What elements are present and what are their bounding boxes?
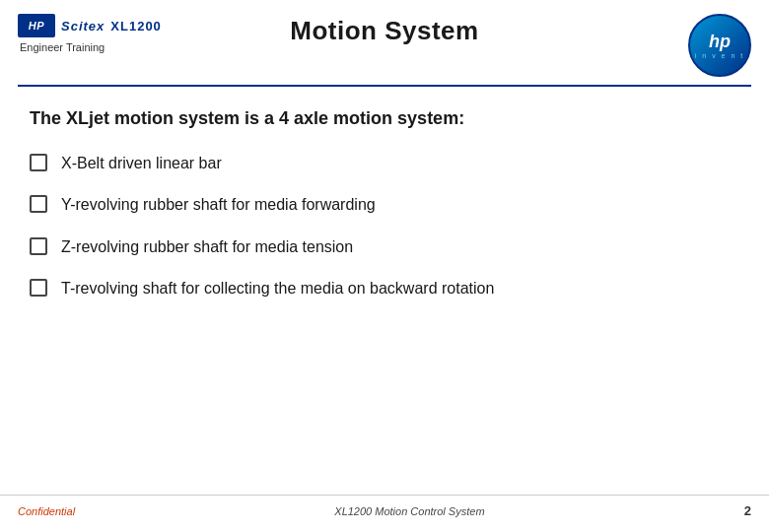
list-item: Y-revolving rubber shaft for media forwa… (30, 194, 739, 216)
footer-page-number: 2 (744, 503, 751, 518)
hp-circle-logo: hp i n v e n t (688, 14, 751, 77)
footer-confidential: Confidential (18, 505, 75, 517)
hp-circle-hp-text: hp (709, 33, 731, 50)
logo-area: HP Scitex XL1200 Engineer Training (18, 14, 162, 53)
checkbox-icon (30, 279, 47, 297)
checkbox-icon (30, 237, 47, 255)
slide-title: Motion System (290, 16, 478, 46)
list-item: X-Belt driven linear bar (30, 153, 739, 174)
slide-title-container: Motion System (290, 16, 478, 46)
hp-blue-square: HP (18, 14, 55, 37)
scitex-text: Scitex (61, 19, 105, 33)
header: HP Scitex XL1200 Engineer Training Motio… (0, 0, 769, 77)
bullet-text-1: X-Belt driven linear bar (61, 153, 222, 174)
intro-heading: The XLjet motion system is a 4 axle moti… (30, 108, 739, 129)
xl1200-text: XL1200 (110, 19, 162, 33)
engineer-training-label: Engineer Training (20, 41, 105, 53)
bullet-text-4: T-revolving shaft for collecting the med… (61, 278, 494, 299)
list-item: Z-revolving rubber shaft for media tensi… (30, 236, 739, 258)
list-item: T-revolving shaft for collecting the med… (30, 278, 739, 299)
footer-center-text: XL1200 Motion Control System (334, 505, 484, 517)
bullet-list: X-Belt driven linear bar Y-revolving rub… (30, 153, 739, 300)
hp-scitex-logo: HP Scitex XL1200 (18, 14, 162, 37)
bullet-text-2: Y-revolving rubber shaft for media forwa… (61, 194, 376, 216)
checkbox-icon (30, 154, 47, 171)
hp-text: HP (29, 20, 44, 32)
checkbox-icon (30, 195, 47, 213)
main-content: The XLjet motion system is a 4 axle moti… (0, 87, 769, 300)
hp-circle-invent-text: i n v e n t (695, 52, 744, 59)
bullet-text-3: Z-revolving rubber shaft for media tensi… (61, 236, 353, 258)
footer: Confidential XL1200 Motion Control Syste… (0, 495, 769, 518)
